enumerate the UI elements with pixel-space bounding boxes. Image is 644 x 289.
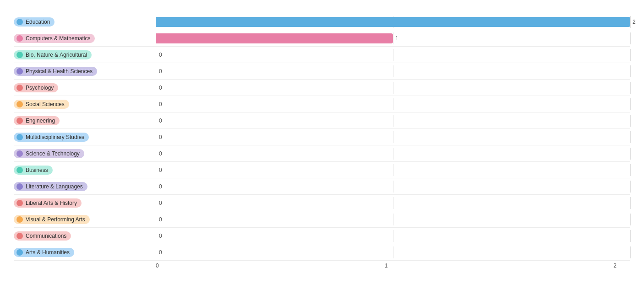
grid-line: [630, 32, 631, 44]
bar-label: Liberal Arts & History: [26, 200, 77, 206]
grid-line: [156, 98, 156, 110]
bar-value-label: 0: [159, 85, 162, 91]
grid-line: [156, 246, 156, 258]
grid-line: [393, 131, 393, 143]
bar-value-label: 0: [159, 183, 162, 190]
bar-row: Physical & Health Sciences0: [14, 63, 630, 80]
bar-row: Science & Technology0: [14, 145, 630, 162]
bar-label-area: Multidisciplinary Studies: [14, 133, 156, 142]
bar-row: Engineering0: [14, 112, 630, 129]
bar-label: Arts & Humanities: [26, 249, 70, 256]
bar-label: Business: [26, 167, 48, 173]
grid-line: [156, 181, 156, 193]
bar-circle-icon: [16, 68, 23, 75]
bar-label-area: Business: [14, 166, 156, 175]
bar-value-label: 1: [395, 35, 398, 42]
bar-label: Literature & Languages: [26, 183, 83, 190]
grid-line: [630, 49, 631, 61]
bar-track: 0: [156, 82, 630, 94]
bar-fill: [156, 33, 393, 43]
bar-value-label: 0: [159, 167, 162, 173]
bar-circle-icon: [16, 167, 23, 173]
bar-circle-icon: [16, 183, 23, 190]
bar-track: 0: [156, 230, 630, 242]
grid-line: [156, 214, 156, 225]
bar-track: 0: [156, 197, 630, 209]
bar-label-area: Communications: [14, 231, 156, 241]
grid-line: [630, 246, 631, 258]
grid-line: [630, 98, 631, 110]
grid-line: [630, 230, 631, 242]
bar-label: Psychology: [26, 85, 54, 91]
grid-line: [393, 49, 393, 61]
bar-label: Education: [26, 19, 50, 25]
bar-track: 0: [156, 49, 630, 61]
bar-circle-icon: [16, 200, 23, 206]
bar-track: 0: [156, 181, 630, 193]
bar-value-label: 0: [159, 150, 162, 157]
bar-row: Multidisciplinary Studies0: [14, 129, 630, 145]
grid-line: [393, 82, 393, 94]
bar-label: Social Sciences: [26, 101, 65, 107]
grid-line: [630, 82, 631, 94]
bar-circle-icon: [16, 216, 23, 223]
bar-value-label: 0: [159, 68, 162, 75]
grid-line: [156, 148, 156, 160]
bar-row: Literature & Languages0: [14, 178, 630, 195]
grid-line: [630, 148, 631, 160]
bar-row: Education2: [14, 14, 630, 30]
bar-value-label: 0: [159, 200, 162, 206]
bar-row: Business0: [14, 162, 630, 178]
bar-label-area: Computers & Mathematics: [14, 34, 156, 43]
bar-track: 0: [156, 246, 630, 258]
bar-value-label: 2: [633, 19, 636, 25]
bar-circle-icon: [16, 19, 23, 25]
bar-label-area: Social Sciences: [14, 100, 156, 109]
grid-line: [630, 164, 631, 176]
bar-track: 0: [156, 164, 630, 176]
grid-line: [393, 181, 393, 193]
grid-line: [630, 214, 631, 225]
bar-track: 0: [156, 65, 630, 77]
bar-track: 0: [156, 214, 630, 225]
grid-line: [156, 131, 156, 143]
bar-track: 2: [156, 16, 630, 28]
bar-circle-icon: [16, 101, 23, 107]
bar-row: Arts & Humanities0: [14, 244, 630, 261]
bar-circle-icon: [16, 35, 23, 42]
grid-line: [393, 214, 393, 225]
grid-line: [156, 49, 156, 61]
bar-label: Multidisciplinary Studies: [26, 134, 84, 140]
grid-line: [156, 197, 156, 209]
bar-label: Engineering: [26, 118, 55, 124]
grid-line: [156, 115, 156, 127]
grid-line: [630, 131, 631, 143]
bar-label: Communications: [26, 233, 66, 239]
grid-line: [156, 230, 156, 242]
grid-line: [393, 197, 393, 209]
bar-circle-icon: [16, 134, 23, 140]
grid-line: [393, 65, 393, 77]
bars-container: Education2Computers & Mathematics1Bio, N…: [14, 14, 630, 261]
grid-line: [630, 65, 631, 77]
grid-line: [630, 115, 631, 127]
bar-row: Visual & Performing Arts0: [14, 211, 630, 228]
bar-label: Visual & Performing Arts: [26, 216, 85, 223]
bar-fill: [156, 17, 630, 27]
bar-row: Bio, Nature & Agricultural0: [14, 47, 630, 63]
bar-row: Liberal Arts & History0: [14, 195, 630, 211]
grid-line: [156, 164, 156, 176]
bar-label-area: Literature & Languages: [14, 182, 156, 191]
bar-label: Computers & Mathematics: [26, 35, 90, 42]
grid-line: [393, 246, 393, 258]
grid-line: [630, 16, 631, 28]
chart-area: Education2Computers & Mathematics1Bio, N…: [14, 14, 630, 269]
bar-label: Physical & Health Sciences: [26, 68, 93, 75]
bar-circle-icon: [16, 249, 23, 256]
bar-row: Psychology0: [14, 80, 630, 96]
bar-label: Bio, Nature & Agricultural: [26, 52, 87, 58]
grid-line: [393, 32, 393, 44]
bar-value-label: 0: [159, 249, 162, 256]
bar-track: 0: [156, 98, 630, 110]
x-axis-label: 1: [385, 262, 388, 269]
